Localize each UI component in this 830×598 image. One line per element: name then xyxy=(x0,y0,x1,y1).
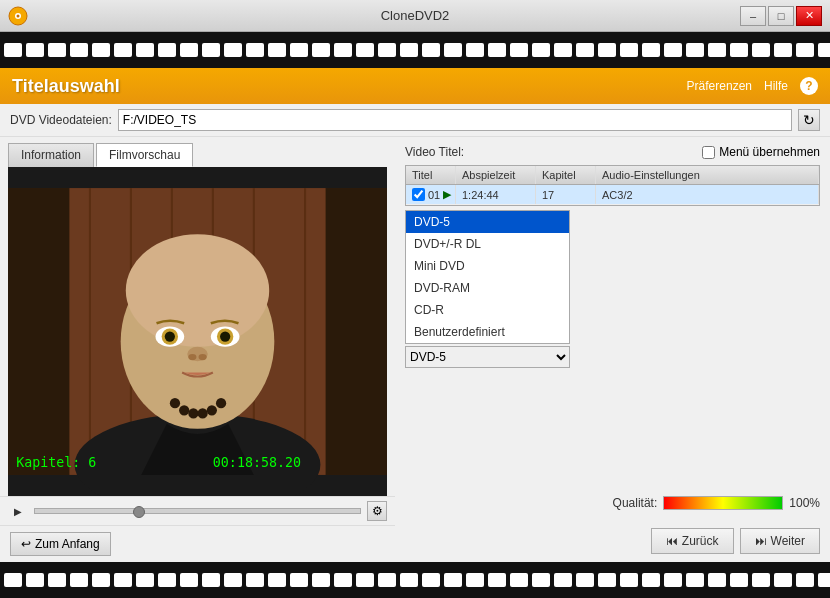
film-hole xyxy=(796,573,814,587)
film-hole xyxy=(224,43,242,57)
film-hole xyxy=(356,43,374,57)
title-table-header: Titel Abspielzeit Kapitel Audio-Einstell… xyxy=(406,166,819,185)
film-hole xyxy=(268,573,286,587)
bottom-nav: ⏮ Zurück ⏭ Weiter xyxy=(651,528,820,554)
menu-checkbox[interactable] xyxy=(702,146,715,159)
svg-point-25 xyxy=(188,354,196,360)
play-button[interactable]: ▶ xyxy=(8,501,28,521)
film-hole xyxy=(686,573,704,587)
row-duration: 1:24:44 xyxy=(456,185,536,204)
film-hole xyxy=(752,573,770,587)
dropdown-item-cdr[interactable]: CD-R xyxy=(406,299,569,321)
preferences-menu[interactable]: Präferenzen xyxy=(687,79,752,93)
menu-checkbox-label: Menü übernehmen xyxy=(719,145,820,159)
svg-point-17 xyxy=(126,234,269,347)
help-button[interactable]: ? xyxy=(800,77,818,95)
col-title: Titel xyxy=(406,166,456,184)
svg-point-30 xyxy=(198,408,208,418)
film-hole xyxy=(730,43,748,57)
dropdown-item-minidvd[interactable]: Mini DVD xyxy=(406,255,569,277)
body-area: DVD Videodateien: ↻ Information Filmvors… xyxy=(0,104,830,562)
dropdown-item-dvd5[interactable]: DVD-5 xyxy=(406,211,569,233)
svg-point-29 xyxy=(188,408,198,418)
film-hole xyxy=(334,573,352,587)
svg-point-32 xyxy=(216,398,226,408)
left-panel: Information Filmvorschau xyxy=(0,137,395,562)
film-hole xyxy=(576,43,594,57)
film-hole xyxy=(730,573,748,587)
settings-button[interactable]: ⚙ xyxy=(367,501,387,521)
film-hole xyxy=(290,573,308,587)
back-button[interactable]: ⏮ Zurück xyxy=(651,528,734,554)
film-hole xyxy=(114,573,132,587)
tab-information[interactable]: Information xyxy=(8,143,94,167)
film-hole xyxy=(114,43,132,57)
quality-row: Qualität: 100% xyxy=(613,496,820,510)
window-title: CloneDVD2 xyxy=(381,8,450,23)
svg-point-23 xyxy=(220,332,230,342)
film-hole xyxy=(510,573,528,587)
film-hole xyxy=(26,43,44,57)
dropdown-item-dvdram[interactable]: DVD-RAM xyxy=(406,277,569,299)
dropdown-overlay: DVD-5 DVD+/-R DL Mini DVD DVD-RAM CD-R B… xyxy=(405,210,820,344)
maximize-button[interactable]: □ xyxy=(768,6,794,26)
filmstrip-top xyxy=(0,32,830,68)
film-hole xyxy=(664,43,682,57)
seek-bar[interactable] xyxy=(34,508,361,514)
film-hole xyxy=(4,573,22,587)
film-hole xyxy=(334,43,352,57)
format-select[interactable]: DVD-5 xyxy=(405,346,570,368)
dvd-path-input[interactable] xyxy=(118,109,792,131)
film-hole xyxy=(554,573,572,587)
dropdown-item-custom[interactable]: Benutzerdefiniert xyxy=(406,321,569,343)
tab-filmpreview[interactable]: Filmvorschau xyxy=(96,143,193,167)
app-header-title: Titelauswahl xyxy=(12,76,120,97)
film-hole xyxy=(642,43,660,57)
film-hole xyxy=(620,43,638,57)
quality-bar xyxy=(663,496,783,510)
film-hole xyxy=(708,43,726,57)
video-controls: ▶ ⚙ xyxy=(0,496,395,525)
next-button[interactable]: ⏭ Weiter xyxy=(740,528,820,554)
dropdown-item-dvdrdl[interactable]: DVD+/-R DL xyxy=(406,233,569,255)
video-title-row: Video Titel: Menü übernehmen xyxy=(405,145,820,159)
tabs-row: Information Filmvorschau xyxy=(0,137,395,167)
col-chapters: Kapitel xyxy=(536,166,596,184)
svg-point-28 xyxy=(179,405,189,415)
film-hole xyxy=(312,573,330,587)
row-play-icon: ▶ xyxy=(443,188,451,201)
title-bar-left xyxy=(8,6,28,26)
seek-thumb[interactable] xyxy=(133,506,145,518)
film-hole xyxy=(290,43,308,57)
two-column-layout: Information Filmvorschau xyxy=(0,137,830,562)
minimize-button[interactable]: – xyxy=(740,6,766,26)
film-hole xyxy=(708,573,726,587)
film-hole xyxy=(92,573,110,587)
app-header-menu: Präferenzen Hilfe ? xyxy=(687,77,818,95)
film-hole xyxy=(598,43,616,57)
film-hole xyxy=(92,43,110,57)
table-row[interactable]: 01 ▶ 1:24:44 17 AC3/2 xyxy=(406,185,819,205)
app-window: CloneDVD2 – □ ✕ xyxy=(0,0,830,598)
film-hole xyxy=(532,43,550,57)
start-button[interactable]: ↩ Zum Anfang xyxy=(10,532,111,556)
film-hole xyxy=(202,43,220,57)
film-hole xyxy=(356,573,374,587)
back-label: Zurück xyxy=(682,534,719,548)
dropdown-list: DVD-5 DVD+/-R DL Mini DVD DVD-RAM CD-R B… xyxy=(405,210,570,344)
back-icon: ⏮ xyxy=(666,534,678,548)
title-bar: CloneDVD2 – □ ✕ xyxy=(0,0,830,32)
close-button[interactable]: ✕ xyxy=(796,6,822,26)
film-hole xyxy=(70,43,88,57)
film-hole xyxy=(686,43,704,57)
help-menu[interactable]: Hilfe xyxy=(764,79,788,93)
film-hole xyxy=(136,573,154,587)
svg-point-2 xyxy=(17,14,20,17)
app-icon xyxy=(8,6,28,26)
dvd-refresh-button[interactable]: ↻ xyxy=(798,109,820,131)
row-chapters: 17 xyxy=(536,185,596,204)
row-checkbox[interactable] xyxy=(412,188,425,201)
start-icon: ↩ xyxy=(21,537,31,551)
film-hole xyxy=(312,43,330,57)
svg-point-22 xyxy=(165,332,175,342)
